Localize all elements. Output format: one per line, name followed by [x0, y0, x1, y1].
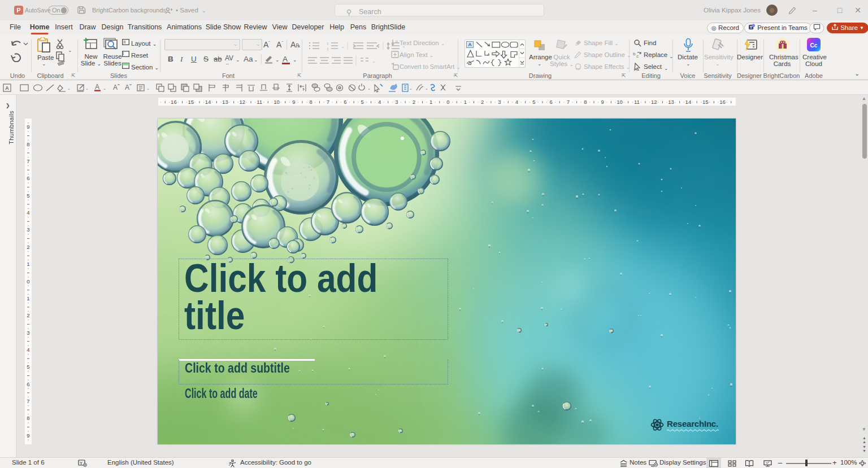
svg-text:4: 4 [27, 209, 29, 216]
svg-text:2: 2 [27, 312, 29, 318]
svg-text:⌄: ⌄ [146, 86, 150, 90]
svg-text:6: 6 [27, 175, 29, 181]
svg-text:⌄: ⌄ [103, 86, 106, 90]
svg-text:5: 5 [27, 193, 29, 199]
svg-text:2: 2 [27, 244, 29, 250]
svg-text:0: 0 [27, 278, 29, 285]
svg-text:15: 15 [188, 99, 194, 105]
svg-text:⌄: ⌄ [409, 86, 413, 90]
svg-text:1: 1 [464, 99, 467, 105]
svg-text:8: 8 [27, 141, 29, 147]
svg-text:2: 2 [481, 99, 484, 105]
svg-text:2: 2 [327, 47, 329, 51]
svg-text:1: 1 [27, 261, 29, 267]
svg-text:12: 12 [240, 99, 246, 105]
svg-text:A: A [95, 83, 99, 91]
svg-text:13: 13 [222, 99, 228, 105]
svg-text:T: T [750, 25, 753, 30]
svg-text:c: c [636, 54, 639, 59]
svg-text:10: 10 [617, 99, 623, 105]
svg-text:4: 4 [378, 99, 381, 105]
svg-text:2: 2 [413, 99, 415, 105]
svg-text:3: 3 [27, 330, 29, 336]
svg-text:8: 8 [584, 99, 587, 105]
svg-text:7: 7 [27, 158, 29, 164]
svg-text:4: 4 [515, 99, 518, 105]
svg-text:8: 8 [27, 415, 29, 421]
svg-text:3: 3 [498, 99, 501, 105]
svg-text:A: A [395, 39, 398, 45]
svg-text:Aˆ: Aˆ [113, 84, 120, 91]
svg-text:8: 8 [310, 99, 313, 105]
svg-text:6: 6 [549, 99, 552, 105]
svg-text:9: 9 [27, 124, 29, 130]
svg-text:10: 10 [274, 99, 280, 105]
svg-text:⌄: ⌄ [367, 86, 371, 90]
svg-text:1: 1 [429, 99, 432, 105]
svg-text:12: 12 [651, 99, 657, 105]
svg-text:⌄: ⌄ [341, 44, 345, 49]
svg-text:4: 4 [27, 347, 29, 353]
svg-text:⌄: ⌄ [372, 59, 376, 64]
svg-text:9: 9 [27, 432, 29, 439]
svg-text:⌄: ⌄ [425, 86, 428, 90]
svg-text:13: 13 [668, 99, 674, 105]
svg-text:A: A [468, 42, 472, 47]
svg-text:6: 6 [344, 99, 346, 105]
svg-text:11: 11 [634, 99, 640, 105]
svg-text:9: 9 [601, 99, 604, 105]
svg-text:1: 1 [327, 42, 329, 45]
svg-text:6: 6 [27, 381, 29, 387]
svg-text:3: 3 [395, 99, 398, 105]
svg-text:b: b [633, 51, 636, 56]
svg-text:14: 14 [685, 99, 692, 105]
svg-text:⌄: ⌄ [85, 86, 89, 90]
svg-text:Cc: Cc [810, 42, 818, 49]
svg-text:7: 7 [27, 398, 29, 404]
svg-text:16: 16 [719, 99, 726, 105]
svg-text:11: 11 [257, 99, 262, 105]
svg-text:0: 0 [446, 99, 449, 105]
svg-text:5: 5 [361, 99, 364, 105]
svg-text:14: 14 [205, 99, 211, 105]
svg-text:7: 7 [327, 99, 329, 105]
svg-text:Aˇ: Aˇ [125, 84, 132, 91]
svg-text:1: 1 [27, 295, 29, 301]
svg-text:15: 15 [702, 99, 709, 105]
svg-text:A: A [5, 85, 9, 91]
svg-text:7: 7 [567, 99, 570, 105]
svg-text:⌄: ⌄ [67, 86, 71, 90]
svg-text:16: 16 [171, 99, 177, 105]
svg-text:5: 5 [27, 364, 29, 370]
svg-text:3: 3 [27, 226, 29, 233]
svg-text:9: 9 [292, 99, 295, 105]
svg-text:5: 5 [532, 99, 535, 105]
